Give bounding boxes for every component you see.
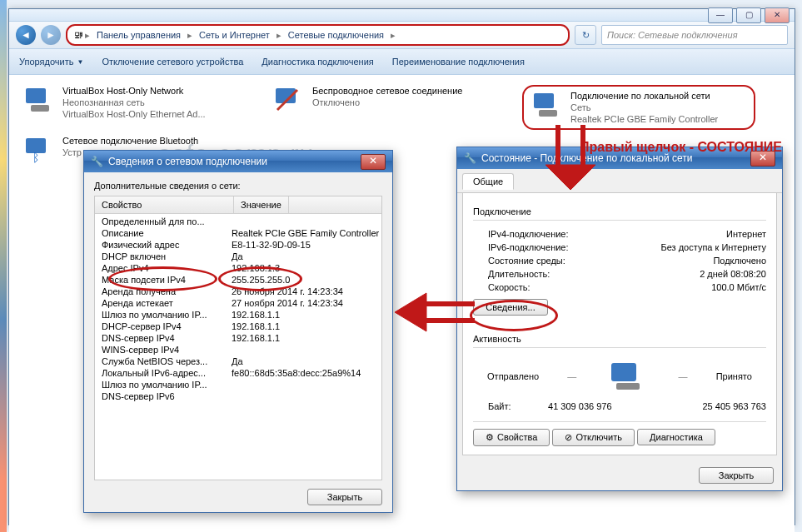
value-cell: Да xyxy=(227,251,381,261)
toolbar-diagnose[interactable]: Диагностика подключения xyxy=(262,57,373,67)
value-cell xyxy=(227,216,381,226)
table-row[interactable]: Аренда получена26 ноября 2014 г. 14:23:3… xyxy=(95,286,381,297)
status-value: Интернет xyxy=(726,229,766,239)
gear-icon: ⚙ xyxy=(486,432,494,442)
disable-button[interactable]: ⊘Отключить xyxy=(552,429,635,446)
network-details-dialog: 🔧 Сведения о сетевом подключении ✕ Допол… xyxy=(83,150,393,513)
sent-label: Отправлено xyxy=(487,371,539,381)
table-row[interactable]: DNS-сервер IPv4192.168.1.1 xyxy=(95,332,381,344)
property-cell: Аренда получена xyxy=(95,286,227,296)
value-cell: 192.168.1.1 xyxy=(227,310,381,320)
table-row[interactable]: Служба NetBIOS через...Да xyxy=(95,355,381,367)
status-value: Подключено xyxy=(713,256,766,266)
status-row: Состояние среды:Подключено xyxy=(473,254,766,267)
table-row[interactable]: DNS-сервер IPv6 xyxy=(95,390,381,402)
details-button[interactable]: Сведения... xyxy=(473,299,548,316)
value-cell: Realtek PCIe GBE Family Controller xyxy=(227,228,381,238)
minimize-button[interactable]: — xyxy=(708,7,733,23)
table-row[interactable]: Шлюз по умолчанию IP...192.168.1.1 xyxy=(95,309,381,321)
dialog-close-button[interactable]: ✕ xyxy=(361,154,386,170)
status-key: IPv6-подключение: xyxy=(488,242,569,252)
table-row[interactable]: Адрес IPv4192.168.1.3 xyxy=(95,262,381,274)
property-cell: DHCP-сервер IPv4 xyxy=(95,321,227,331)
table-row[interactable]: Локальный IPv6-адрес...fe80::68d5:35a8:d… xyxy=(95,367,381,379)
connection-device: VirtualBox Host-Only Ethernet Ad... xyxy=(62,108,206,120)
table-row[interactable]: Физический адресE8-11-32-9D-09-15 xyxy=(95,239,381,251)
properties-button[interactable]: ⚙Свойства xyxy=(473,429,550,446)
breadcrumb[interactable]: 🖳 ▸ Панель управления ▸ Сеть и Интернет … xyxy=(66,24,570,46)
status-key: Длительность: xyxy=(488,269,550,279)
details-table: Свойство Значение Определенный для по...… xyxy=(94,196,382,480)
table-row[interactable]: Шлюз по умолчанию IP... xyxy=(95,379,381,390)
svg-rect-0 xyxy=(26,88,46,103)
close-button[interactable]: Закрыть xyxy=(699,467,774,484)
dialog-icon: 🔧 xyxy=(464,152,476,164)
column-property[interactable]: Свойство xyxy=(95,196,234,213)
annotation-text: Правый щелчок - СОСТОЯНИЕ xyxy=(580,140,782,155)
refresh-button[interactable]: ↻ xyxy=(575,25,596,45)
table-row[interactable]: Аренда истекает27 ноября 2014 г. 14:23:3… xyxy=(95,297,381,309)
property-cell: Служба NetBIOS через... xyxy=(95,356,227,366)
table-row[interactable]: WINS-сервер IPv4 xyxy=(95,344,381,355)
status-row: Длительность:2 дней 08:08:20 xyxy=(473,267,766,281)
bytes-recv: 25 405 963 763 xyxy=(703,401,766,411)
bluetooth-icon: ᛒ xyxy=(22,135,56,165)
diagnose-button[interactable]: Диагностика xyxy=(637,429,715,445)
connection-status: Неопознанная сеть xyxy=(62,97,206,108)
connection-item[interactable]: Беспроводное сетевое соединение Отключен… xyxy=(272,85,489,130)
explorer-caption: — ▢ ✕ xyxy=(9,9,795,22)
folder-icon: 🖳 xyxy=(74,30,83,40)
maximize-button[interactable]: ▢ xyxy=(736,7,761,23)
value-cell: 26 ноября 2014 г. 14:23:34 xyxy=(227,286,381,296)
value-cell xyxy=(227,380,381,390)
status-key: IPv4-подключение: xyxy=(488,229,569,239)
connection-item-lan[interactable]: Подключение по локальной сети Сеть Realt… xyxy=(522,85,755,130)
table-row[interactable]: DHCP включенДа xyxy=(95,251,381,262)
connection-status: Сеть xyxy=(570,102,718,113)
connection-item[interactable]: VirtualBox Host-Only Network Неопознанна… xyxy=(22,85,239,130)
status-key: Скорость: xyxy=(488,282,531,292)
table-row[interactable]: ОписаниеRealtek PCIe GBE Family Controll… xyxy=(95,227,381,239)
desktop-edge xyxy=(0,0,7,532)
tab-strip: Общие xyxy=(457,169,782,193)
activity-icon xyxy=(605,360,650,393)
dialog-subtitle: Дополнительные сведения о сети: xyxy=(94,181,382,191)
value-cell: fe80::68d5:35a8:decc:25a9%14 xyxy=(227,368,381,378)
close-button[interactable]: ✕ xyxy=(765,7,790,23)
tab-general[interactable]: Общие xyxy=(462,173,514,190)
table-row[interactable]: DHCP-сервер IPv4192.168.1.1 xyxy=(95,321,381,332)
status-key: Состояние среды: xyxy=(488,256,565,266)
table-row[interactable]: Определенный для по... xyxy=(95,216,381,227)
status-row: IPv6-подключение:Без доступа к Интернету xyxy=(473,241,766,254)
dialog-title: Сведения о сетевом подключении xyxy=(108,156,267,167)
svg-rect-1 xyxy=(31,105,49,112)
dialog-titlebar[interactable]: 🔧 Сведения о сетевом подключении ✕ xyxy=(84,151,392,172)
toolbar-organize[interactable]: Упорядочить ▼ xyxy=(19,57,83,67)
property-cell: Шлюз по умолчанию IP... xyxy=(95,310,227,320)
crumb[interactable]: Панель управления xyxy=(92,30,186,40)
connection-status: Отключено xyxy=(312,97,462,108)
network-adapter-icon xyxy=(22,85,56,115)
column-value[interactable]: Значение xyxy=(234,196,289,213)
property-cell: Локальный IPv6-адрес... xyxy=(95,368,227,378)
connection-title: Сетевое подключение Bluetooth xyxy=(62,135,198,147)
search-input[interactable]: Поиск: Сетевые подключения xyxy=(601,25,788,45)
status-row: Скорость:100.0 Мбит/с xyxy=(473,281,766,294)
group-activity: Активность xyxy=(473,334,766,344)
toolbar-disable[interactable]: Отключение сетевого устройства xyxy=(102,57,243,67)
close-button[interactable]: Закрыть xyxy=(307,489,382,505)
value-cell: 192.168.1.1 xyxy=(227,321,381,331)
value-cell: E8-11-32-9D-09-15 xyxy=(227,240,381,250)
toolbar-rename[interactable]: Переименование подключения xyxy=(392,57,525,67)
svg-rect-8 xyxy=(611,363,636,381)
recv-label: Принято xyxy=(716,371,752,381)
crumb[interactable]: Сетевые подключения xyxy=(283,30,389,40)
nav-back-button[interactable]: ◄ xyxy=(16,25,36,45)
property-cell: DNS-сервер IPv6 xyxy=(95,391,227,401)
table-row[interactable]: Маска подсети IPv4255.255.255.0 xyxy=(95,274,381,286)
value-cell: 192.168.1.1 xyxy=(227,333,381,343)
value-cell xyxy=(227,391,381,401)
nav-forward-button[interactable]: ► xyxy=(41,25,61,45)
crumb[interactable]: Сеть и Интернет xyxy=(194,30,275,40)
property-cell: DHCP включен xyxy=(95,251,227,261)
